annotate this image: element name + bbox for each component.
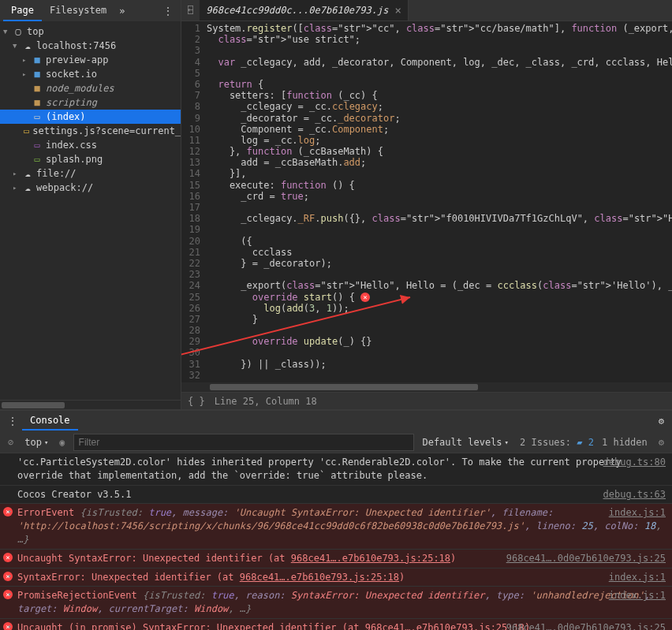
console-body[interactable]: 'cc.ParticleSystem2D.color' hides inheri…: [0, 453, 672, 630]
kebab-icon[interactable]: ⋮: [3, 416, 22, 427]
file-icon: ▭: [32, 111, 43, 122]
expand-icon[interactable]: ▸: [8, 589, 12, 599]
log-source-link[interactable]: index.js:1: [609, 506, 666, 520]
log-source-link[interactable]: index.js:1: [609, 571, 666, 584]
editor-tab[interactable]: 968ce41cc99dd0c...0e7b610e793.js ×: [200, 0, 409, 21]
cursor-position: Line 25, Column 18: [215, 396, 317, 407]
log-row-error[interactable]: × ▸ 968ce41….0d0e7b610e793.js:25 Uncaugh…: [0, 619, 672, 630]
gear-icon[interactable]: ⚙: [654, 416, 669, 427]
tree-webpack[interactable]: ▸☁webpack://: [0, 181, 181, 195]
folder-icon: ■: [32, 83, 43, 94]
clear-console-icon[interactable]: ⊘: [5, 435, 17, 449]
folder-icon: ■: [32, 97, 43, 108]
tree-host[interactable]: ▼☁localhost:7456: [0, 39, 181, 53]
tree-folder-node-modules[interactable]: ■node_modules: [0, 81, 181, 95]
tree-file-index[interactable]: ▭(index): [0, 110, 181, 124]
tree-folder-scripting[interactable]: ■scripting: [0, 95, 181, 110]
file-tree[interactable]: ▼▢top ▼☁localhost:7456 ▸■preview-app ▸■s…: [0, 21, 181, 400]
editor-scrollbar-horizontal[interactable]: [181, 382, 672, 392]
code-area[interactable]: System.register([class="str">"cc", class…: [207, 21, 672, 382]
kebab-icon[interactable]: ⋮: [159, 6, 177, 17]
tree-file-scheme[interactable]: ▸☁file://: [0, 166, 181, 181]
context-selector[interactable]: top▾: [21, 435, 51, 449]
line-gutter: 1234567891011121314151617181920212223242…: [181, 21, 207, 382]
log-row-error[interactable]: × 968ce41….0d0e7b610e793.js:25 Uncaught …: [0, 550, 672, 568]
tab-console[interactable]: Console: [22, 412, 78, 431]
tree-file-index-css[interactable]: ▭index.css: [0, 138, 181, 152]
toggle-navigator-icon[interactable]: ⍇: [181, 5, 200, 16]
log-row-error[interactable]: × ▸ index.js:1 ErrorEvent {isTrusted: tr…: [0, 504, 672, 549]
tree-folder-socket-io[interactable]: ▸■socket.io: [0, 67, 181, 81]
log-levels-selector[interactable]: Default levels ▾: [419, 435, 512, 449]
log-source-link[interactable]: 968ce41….0d0e7b610e793.js:25: [506, 552, 666, 565]
editor-tab-label: 968ce41cc99dd0c...0e7b610e793.js: [206, 5, 388, 16]
file-icon: ▭: [32, 154, 43, 165]
log-source-link[interactable]: debug.ts:63: [603, 488, 666, 501]
log-row-error[interactable]: × ▸ index.js:1 SyntaxError: Unexpected i…: [0, 568, 672, 587]
tree-file-settings[interactable]: ▭settings.js?scene=current_scen: [0, 124, 181, 138]
tabs-overflow-icon[interactable]: »: [114, 6, 129, 17]
live-expression-icon[interactable]: ◉: [56, 435, 68, 449]
expand-icon[interactable]: ▸: [8, 571, 12, 581]
log-row-error[interactable]: × ▸ index.js:1 PromiseRejectionEvent {is…: [0, 587, 672, 619]
tree-top[interactable]: ▼▢top: [0, 24, 181, 39]
gear-icon[interactable]: ⚙: [655, 435, 667, 449]
tab-page[interactable]: Page: [3, 1, 42, 21]
log-source-link[interactable]: debug.ts:80: [603, 456, 666, 469]
close-icon[interactable]: ×: [394, 4, 401, 17]
log-source-link[interactable]: index.js:1: [609, 589, 666, 602]
log-row[interactable]: 'cc.ParticleSystem2D.color' hides inheri…: [0, 453, 672, 486]
folder-icon: ■: [32, 69, 43, 80]
tab-filesystem[interactable]: Filesystem: [42, 1, 114, 21]
issues-button[interactable]: 2 Issues: ▰ 2: [520, 437, 594, 448]
log-row[interactable]: Cocos Creator v3.5.1 debug.ts:63: [0, 486, 672, 505]
tree-file-splash[interactable]: ▭splash.png: [0, 152, 181, 166]
expand-icon[interactable]: ▸: [8, 621, 12, 630]
log-source-link[interactable]: 968ce41….0d0e7b610e793.js:25: [506, 621, 666, 630]
error-icon: ×: [3, 553, 13, 562]
folder-icon: ■: [32, 54, 43, 65]
expand-icon[interactable]: ▸: [8, 506, 12, 516]
pretty-print-icon[interactable]: { }: [188, 396, 205, 407]
file-icon: ▭: [32, 140, 43, 151]
hidden-count[interactable]: 1 hidden: [602, 437, 648, 448]
file-icon: ▭: [24, 125, 29, 136]
filter-input[interactable]: [73, 434, 415, 451]
tree-folder-preview-app[interactable]: ▸■preview-app: [0, 53, 181, 67]
sidebar-scrollbar[interactable]: [0, 400, 181, 409]
